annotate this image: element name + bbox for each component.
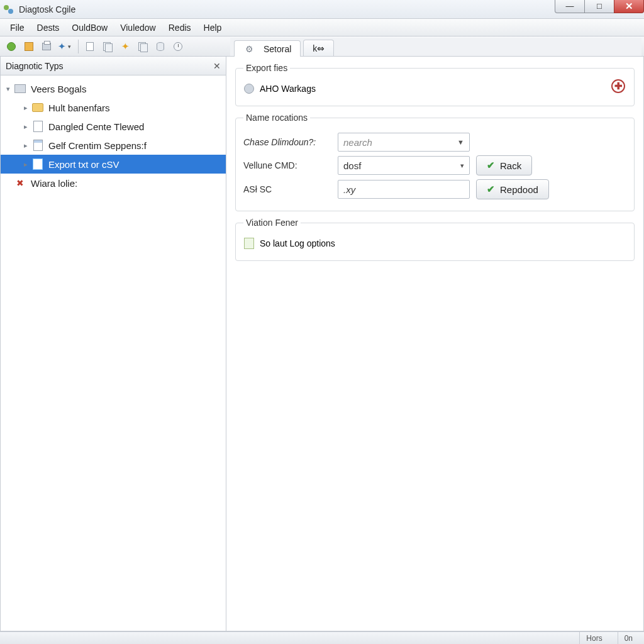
- tab-setoral-label: Setoral: [264, 44, 291, 54]
- asp-input[interactable]: [338, 180, 470, 199]
- sidebar: Diagnotic Typs ✕ ▾ Veers Bogals ▸ Hult b…: [0, 57, 226, 631]
- tab-secondary[interactable]: k⇔: [303, 40, 334, 56]
- toolbar-wand-icon[interactable]: [57, 39, 72, 54]
- window-controls: — □ ✕: [555, 0, 644, 13]
- tree-item-label: Dangled Cente Tlewed: [48, 121, 144, 132]
- toolbar-monitor-icon[interactable]: [135, 39, 150, 54]
- tree-item-hult[interactable]: ▸ Hult banenfars: [1, 98, 226, 117]
- toolbar-clock-icon[interactable]: [170, 39, 186, 54]
- title-bar: Diagtosk Cgile — □ ✕: [0, 0, 644, 19]
- viation-row-log[interactable]: So laut Log options: [243, 238, 626, 249]
- group-viation-fener: Viation Fener So laut Log options: [235, 218, 635, 261]
- chase-label: Chase Dlimdoun?:: [243, 137, 338, 147]
- toolbar-page-icon[interactable]: [82, 39, 97, 54]
- repdood-button[interactable]: ✔ Repdood: [476, 179, 549, 199]
- expander-icon[interactable]: ▸: [22, 160, 30, 169]
- toolbar-separator: [78, 40, 79, 53]
- expander-icon[interactable]: ▾: [4, 85, 12, 93]
- window-title: Diagtosk Cgile: [19, 4, 75, 14]
- menu-help[interactable]: Help: [197, 21, 228, 35]
- tab-setoral[interactable]: ⚙ Setoral: [234, 40, 301, 57]
- rack-button-label: Rack: [500, 160, 521, 171]
- tree-root[interactable]: ▾ Veers Bogals: [1, 79, 226, 98]
- minimize-button[interactable]: —: [555, 0, 585, 13]
- sheet-icon: [32, 140, 43, 151]
- folder-icon: [32, 102, 43, 113]
- vellune-label: Vellune CMD:: [243, 160, 338, 170]
- status-bar: Hors 0n: [0, 631, 644, 644]
- tree-item-dangled[interactable]: ▸ Dangled Cente Tlewed: [1, 117, 226, 136]
- maximize-button[interactable]: □: [584, 0, 614, 13]
- main-panel: Export fies AHO Warkags ✚ Name rocations…: [226, 57, 644, 631]
- repdood-button-label: Repdood: [500, 184, 538, 195]
- asp-label: ASł SC: [243, 184, 338, 194]
- tree-item-export[interactable]: ▸ Export txt or cSV: [1, 155, 226, 174]
- menu-redis[interactable]: Redis: [162, 21, 197, 35]
- group-name-rocations: Name rocations Chase Dlimdoun?: nearch ▼…: [235, 113, 635, 211]
- check-icon: ✔: [487, 184, 495, 195]
- tree-root-label: Veers Bogals: [31, 84, 86, 94]
- sidebar-title: Diagnotic Typs: [6, 61, 64, 71]
- tree-view: ▾ Veers Bogals ▸ Hult banenfars ▸ Dangle…: [1, 75, 226, 196]
- server-icon: [14, 83, 26, 94]
- tree-item-label: Wiara lolie:: [31, 178, 77, 189]
- app-icon: [4, 4, 15, 15]
- toolbar-pages-icon[interactable]: [100, 39, 115, 54]
- chevron-down-icon: ▼: [457, 138, 464, 146]
- chase-combobox[interactable]: nearch ▼: [338, 133, 470, 152]
- error-icon: [14, 177, 26, 189]
- menu-ouldbow[interactable]: OuldBow: [65, 21, 114, 35]
- tree-item-label: Export txt or cSV: [48, 159, 119, 170]
- group-export-legend: Export fies: [243, 63, 290, 73]
- vellune-value: dosf: [343, 160, 361, 171]
- status-cell-1: Hors: [579, 632, 608, 644]
- tab-setoral-icon: ⚙: [243, 43, 255, 55]
- menu-dests[interactable]: Dests: [31, 21, 66, 35]
- menu-bar: File Dests OuldBow Viuledow Redis Help: [0, 19, 644, 36]
- chevron-down-icon: ▾: [460, 162, 464, 170]
- export-icon: [32, 158, 43, 170]
- note-icon: [243, 238, 255, 249]
- menu-viuledow[interactable]: Viuledow: [114, 21, 162, 35]
- add-export-icon[interactable]: ✚: [611, 79, 625, 93]
- sidebar-title-bar: Diagnotic Typs ✕: [1, 57, 226, 75]
- toolbar-print-icon[interactable]: [39, 39, 54, 54]
- tree-item-wiara[interactable]: Wiara lolie:: [1, 174, 226, 192]
- split-container: Diagnotic Typs ✕ ▾ Veers Bogals ▸ Hult b…: [0, 57, 644, 631]
- expander-icon[interactable]: ▸: [22, 104, 30, 112]
- export-row-label: AHO Warkags: [260, 84, 316, 94]
- disc-icon: [243, 83, 255, 94]
- expander-icon[interactable]: ▸: [22, 142, 30, 150]
- tree-item-label: Hult banenfars: [48, 103, 110, 113]
- tree-item-label: Gelf Crentim Seppens:f: [48, 140, 147, 151]
- chase-value: nearch: [343, 137, 372, 148]
- status-cell-2: 0n: [618, 632, 639, 644]
- group-name-legend: Name rocations: [243, 113, 310, 123]
- sidebar-close-icon[interactable]: ✕: [213, 61, 221, 71]
- document-icon: [32, 121, 43, 132]
- vellune-combobox[interactable]: dosf ▾: [338, 156, 470, 175]
- rack-button[interactable]: ✔ Rack: [476, 155, 532, 175]
- menu-file[interactable]: File: [4, 21, 31, 35]
- tab-strip: ⚙ Setoral k⇔: [230, 38, 641, 57]
- toolbar-bolt-icon[interactable]: ✦: [118, 39, 133, 54]
- toolbar-db-icon[interactable]: [153, 39, 168, 54]
- export-row-warkags[interactable]: AHO Warkags: [243, 83, 626, 94]
- viation-row-label: So laut Log options: [260, 238, 335, 248]
- group-export-files: Export fies AHO Warkags ✚: [235, 63, 635, 106]
- toolbar-globe-icon[interactable]: [4, 39, 19, 54]
- tree-item-gelf[interactable]: ▸ Gelf Crentim Seppens:f: [1, 136, 226, 155]
- expander-icon[interactable]: ▸: [22, 123, 30, 131]
- tab-secondary-label: k⇔: [313, 43, 325, 53]
- group-viation-legend: Viation Fener: [243, 218, 301, 228]
- check-icon: ✔: [487, 160, 495, 171]
- toolbar-save-icon[interactable]: [21, 39, 36, 54]
- close-button[interactable]: ✕: [614, 0, 644, 13]
